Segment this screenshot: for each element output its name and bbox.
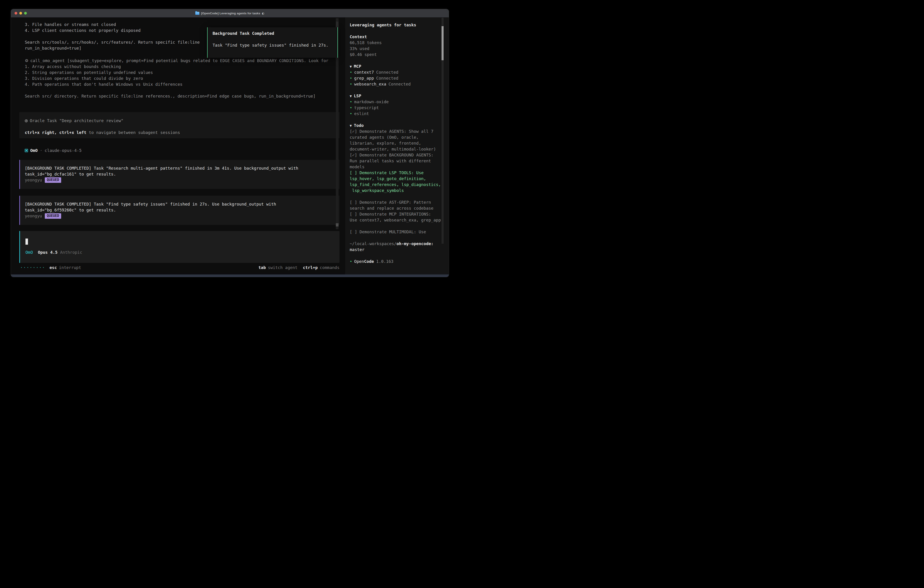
notification-title: Background Task Completed xyxy=(213,30,337,36)
chevron-down-icon: ▼ xyxy=(350,65,352,68)
session-indicator-icon: ◐ xyxy=(262,12,264,15)
traffic-lights xyxy=(15,9,27,17)
mcp-item-name: grep_app xyxy=(354,76,374,81)
lsp-item-name: typescript xyxy=(354,105,379,110)
desktop: { "window": { "title": "[OpenCode] Lever… xyxy=(0,0,462,294)
message-line-1: [BACKGROUND TASK COMPLETED] Task "Find t… xyxy=(25,201,340,207)
context-stats: 66,518 tokens 33% used $0.46 spent xyxy=(350,40,449,58)
tool-call-block: ⚙call_omo_agent [subagent_type=explore, … xyxy=(25,58,328,99)
todo-section-header[interactable]: ▼Todo xyxy=(350,122,449,129)
notification-body: Task "Find type safety issues" finished … xyxy=(213,42,337,48)
oracle-task-icon xyxy=(25,119,28,122)
tab-key-hint: tab xyxy=(259,265,266,271)
tool-call-args: 1. Array access without bounds checking … xyxy=(25,64,328,99)
todo-pending-item-multimodal: [ ] Demonstrate MULTIMODAL: Use xyxy=(350,229,449,235)
lsp-item: •eslint xyxy=(350,111,449,117)
text-cursor xyxy=(25,238,28,244)
mcp-item: •grep_appConnected xyxy=(350,75,449,81)
agent-header: OmO · claude-opus-4-5 xyxy=(25,147,82,154)
agent-separator: · xyxy=(40,147,43,154)
folder-icon xyxy=(195,12,200,15)
message-author: yeongyu xyxy=(25,213,42,219)
message-list: [BACKGROUND TASK COMPLETED] Task "Resear… xyxy=(19,160,340,225)
status-dot-icon: • xyxy=(350,259,352,264)
mcp-item-status: Connected xyxy=(389,82,411,86)
chat-scrollbar-segment[interactable] xyxy=(336,21,338,28)
todo-header-label: Todo xyxy=(354,123,363,128)
opencode-window: [OpenCode] Leveraging agents for tasks ◐… xyxy=(11,9,449,277)
mcp-section-header[interactable]: ▼MCP xyxy=(350,63,449,69)
workspace-path-prefix: ~/local-workspaces/ xyxy=(350,241,396,246)
message-line-1: [BACKGROUND TASK COMPLETED] Task "Resear… xyxy=(25,165,340,171)
lsp-item: •markdown-oxide xyxy=(350,99,449,105)
subagent-nav-keys: ctrl+x right, ctrl+x left xyxy=(25,130,86,135)
queued-status-badge: QUEUED xyxy=(45,177,61,183)
version-row: •OpenCode1.0.163 xyxy=(350,259,449,264)
status-dot-icon: • xyxy=(350,82,352,86)
chevron-down-icon: ▼ xyxy=(350,94,352,98)
lsp-section-header[interactable]: ▼LSP xyxy=(350,93,449,99)
esc-key-hint: esc xyxy=(50,265,57,271)
status-dot-icon: • xyxy=(350,76,352,81)
esc-key-label: interrupt xyxy=(59,265,81,271)
status-bar: ········ esc interrupt tab switch agent … xyxy=(20,265,340,271)
sidebar-scrollbar[interactable] xyxy=(442,18,444,244)
input-agent-label: OmO xyxy=(25,249,33,255)
mcp-item-name: websearch_exa xyxy=(354,82,386,86)
app-name-regular: Open xyxy=(354,259,364,264)
chevron-down-icon: ▼ xyxy=(350,124,352,127)
window-title: [OpenCode] Leveraging agents for tasks ◐ xyxy=(195,12,264,15)
mcp-list: •context7Connected •grep_appConnected •w… xyxy=(350,69,449,87)
lsp-item-name: markdown-oxide xyxy=(354,99,389,104)
input-model-label: Opus 4.5 xyxy=(38,249,58,255)
status-dot-icon: • xyxy=(350,99,352,104)
todo-completed-items: [✓] Demonstrate AGENTS: Show all 7 curat… xyxy=(350,129,449,170)
todo-pending-items: [ ] Demonstrate AST-GREP: Pattern search… xyxy=(350,200,449,223)
mcp-header-label: MCP xyxy=(354,64,361,69)
background-task-message: [BACKGROUND TASK COMPLETED] Task "Find t… xyxy=(19,196,340,225)
app-version: 1.0.163 xyxy=(376,259,394,264)
scrollback-text: 3. File handles or streams not closed 4.… xyxy=(25,21,200,51)
session-title: Leveraging agents for tasks xyxy=(350,22,449,28)
lsp-item-name: eslint xyxy=(354,111,369,116)
lsp-list: •markdown-oxide •typescript •eslint xyxy=(350,99,449,117)
mcp-item-status: Connected xyxy=(376,76,399,81)
zoom-window-button[interactable] xyxy=(24,12,27,15)
queued-status-badge: QUEUED xyxy=(45,213,61,219)
prompt-input[interactable]: OmO Opus 4.5 Anthropic xyxy=(19,231,340,263)
agent-icon xyxy=(25,149,28,152)
close-window-button[interactable] xyxy=(15,12,17,15)
subagent-nav-hint: to navigate between subagent sessions xyxy=(86,130,180,135)
agent-model: claude-opus-4-5 xyxy=(45,147,82,154)
sidebar-scrollbar-thumb[interactable] xyxy=(442,26,444,60)
model-row: OmO Opus 4.5 Anthropic xyxy=(25,249,82,255)
commands-key-label: commands xyxy=(320,265,340,271)
todo-current-item: [ ] Demonstrate LSP TOOLS: Use lsp_hover… xyxy=(350,170,449,193)
tool-call-line: call_omo_agent [subagent_type=explore, p… xyxy=(30,58,328,63)
lsp-header-label: LSP xyxy=(354,93,361,98)
working-spinner-icon: ········ xyxy=(20,265,46,271)
background-task-message: [BACKGROUND TASK COMPLETED] Task "Resear… xyxy=(19,160,340,189)
oracle-task-label: Oracle Task "Deep architecture review" xyxy=(30,118,124,123)
workspace-branch: master xyxy=(350,247,449,253)
message-line-2: task_id="bg_6f59260c" to get results. xyxy=(25,207,340,213)
mcp-item: •context7Connected xyxy=(350,69,449,75)
status-dot-icon: • xyxy=(350,70,352,74)
gear-icon: ⚙ xyxy=(25,58,28,63)
tab-key-label: switch agent xyxy=(268,265,297,271)
context-header: Context xyxy=(350,34,449,40)
status-dot-icon: • xyxy=(350,111,352,116)
message-author: yeongyu xyxy=(25,177,42,183)
agent-name: OmO xyxy=(30,147,38,154)
chat-scrollbar-thumb[interactable] xyxy=(336,223,338,226)
mcp-item: •websearch_exaConnected xyxy=(350,81,449,87)
oracle-task-panel: Oracle Task "Deep architecture review" c… xyxy=(19,112,340,138)
mcp-item-name: context7 xyxy=(354,70,374,74)
minimize-window-button[interactable] xyxy=(19,12,22,15)
message-line-2: task_id="bg_dcfac161" to get results. xyxy=(25,171,340,177)
workspace-repo: oh-my-opencode: xyxy=(396,241,434,246)
window-bottom-strip xyxy=(11,274,449,277)
app-name-bold: Code xyxy=(364,259,374,264)
titlebar: [OpenCode] Leveraging agents for tasks ◐ xyxy=(11,9,449,18)
commands-key-hint: ctrl+p xyxy=(303,265,318,271)
